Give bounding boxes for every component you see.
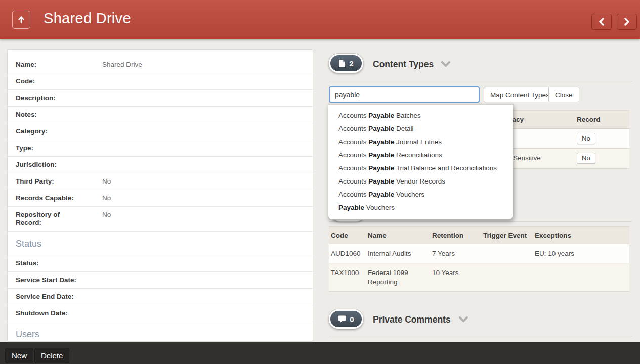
field-row-name: Name: Shared Drive bbox=[8, 57, 313, 73]
item-text: Journal Entries bbox=[394, 138, 442, 146]
field-label: Records Capable: bbox=[16, 194, 84, 202]
status-section-heading: Status bbox=[8, 232, 313, 255]
item-text: Vendor Records bbox=[394, 177, 445, 185]
item-text: Detail bbox=[394, 125, 413, 132]
field-row-records-capable: Records Capable: No bbox=[8, 190, 313, 207]
private-comments-heading: Private Comments bbox=[373, 314, 451, 325]
item-text: Accounts bbox=[338, 151, 368, 159]
chevron-right-icon bbox=[623, 18, 630, 26]
column-header-code: Code bbox=[329, 232, 368, 239]
autocomplete-item[interactable]: Accounts Payable Reconciliations bbox=[328, 149, 513, 162]
chevron-down-icon[interactable] bbox=[459, 316, 468, 323]
item-text: Accounts bbox=[338, 164, 368, 172]
record-flag: No bbox=[577, 153, 595, 164]
retention-exceptions bbox=[535, 268, 629, 287]
table-row: TAX1000 Federal 1099 Reporting 10 Years bbox=[329, 263, 629, 292]
content-types-heading: Content Types bbox=[373, 59, 434, 70]
chevron-down-icon[interactable] bbox=[441, 61, 450, 67]
app-header: Shared Drive bbox=[0, 0, 640, 39]
column-header-name: Name bbox=[368, 232, 432, 239]
field-row-shutdown-date: Shutdown Date: bbox=[8, 305, 313, 322]
autocomplete-item[interactable]: Accounts Payable Trial Balance and Recon… bbox=[328, 162, 513, 175]
item-match: Payable bbox=[368, 125, 394, 132]
field-label: Name: bbox=[16, 61, 84, 69]
navigate-up-button[interactable] bbox=[12, 11, 30, 29]
retention-code-link[interactable]: TAX1000 bbox=[331, 269, 359, 277]
field-label: Category: bbox=[16, 127, 84, 135]
delete-button[interactable]: Delete bbox=[34, 348, 69, 363]
previous-record-button[interactable] bbox=[591, 14, 612, 30]
autocomplete-item[interactable]: Accounts Payable Detail bbox=[328, 122, 513, 135]
content-types-count-badge: 2 bbox=[329, 54, 363, 73]
retention-period: 7 Years bbox=[432, 249, 483, 258]
item-text: Trial Balance and Reconciliations bbox=[394, 164, 497, 172]
badge-count: 0 bbox=[350, 315, 354, 324]
item-match: Payable bbox=[368, 138, 394, 146]
field-label: Repository of Record: bbox=[16, 211, 84, 227]
field-value: No bbox=[102, 211, 111, 227]
field-label: Service Start Date: bbox=[16, 276, 84, 284]
item-text: Vouchers bbox=[394, 191, 424, 198]
new-button[interactable]: New bbox=[5, 348, 33, 363]
retention-table-header: Code Name Retention Trigger Event Except… bbox=[329, 226, 629, 244]
item-match: Payable bbox=[368, 164, 394, 172]
retention-trigger-event bbox=[483, 268, 535, 287]
item-match: Payable bbox=[368, 177, 394, 185]
arrow-up-icon bbox=[17, 15, 26, 24]
retention-period: 10 Years bbox=[432, 268, 483, 287]
field-row-third-party: Third Party: No bbox=[8, 173, 313, 190]
field-label: Description: bbox=[16, 94, 84, 102]
field-value: Shared Drive bbox=[102, 61, 142, 69]
next-record-button[interactable] bbox=[617, 14, 637, 30]
item-text: Accounts bbox=[338, 112, 368, 119]
field-label: Third Party: bbox=[16, 177, 84, 186]
item-match: Payable bbox=[368, 191, 394, 198]
column-header-exceptions: Exceptions bbox=[535, 232, 629, 239]
item-text: Accounts bbox=[338, 138, 368, 146]
item-match: Payable bbox=[338, 204, 364, 211]
field-row-repository-of-record: Repository of Record: No bbox=[8, 207, 313, 232]
divider bbox=[329, 336, 632, 336]
private-comments-count-badge: 0 bbox=[329, 309, 363, 329]
divider bbox=[329, 221, 632, 222]
content-type-search-input[interactable] bbox=[329, 86, 480, 103]
autocomplete-item[interactable]: Accounts Payable Journal Entries bbox=[328, 135, 513, 149]
column-header-retention: Retention bbox=[432, 232, 483, 239]
speech-bubble-icon bbox=[338, 315, 346, 323]
item-text: Accounts bbox=[338, 191, 368, 198]
item-match: Payable bbox=[368, 112, 394, 119]
item-text: Batches bbox=[394, 112, 421, 119]
field-row-status: Status: bbox=[8, 255, 313, 272]
field-label: Code: bbox=[16, 77, 84, 85]
chevron-left-icon bbox=[598, 18, 605, 26]
field-label: Type: bbox=[16, 144, 84, 152]
page-title: Shared Drive bbox=[44, 10, 131, 27]
column-header-trigger-event: Trigger Event bbox=[483, 232, 535, 239]
autocomplete-item[interactable]: Accounts Payable Batches bbox=[328, 109, 513, 122]
field-label: Shutdown Date: bbox=[16, 309, 84, 317]
retention-code-link[interactable]: AUD1060 bbox=[331, 250, 361, 257]
table-row: AUD1060 Internal Audits 7 Years EU: 10 y… bbox=[329, 244, 629, 263]
item-match: Payable bbox=[368, 151, 394, 159]
field-value: No bbox=[102, 194, 111, 202]
item-text: Reconciliations bbox=[394, 151, 442, 159]
field-label: Notes: bbox=[16, 111, 84, 119]
users-section-heading: Users bbox=[8, 322, 313, 342]
map-content-types-button[interactable]: Map Content Types bbox=[484, 87, 556, 102]
item-text: Accounts bbox=[338, 125, 368, 132]
retention-name: Internal Audits bbox=[368, 249, 432, 258]
retention-trigger-event bbox=[483, 249, 535, 258]
field-row-code: Code: bbox=[8, 73, 313, 90]
close-button[interactable]: Close bbox=[548, 87, 579, 102]
field-row-description: Description: bbox=[8, 90, 313, 107]
record-details-panel: Name: Shared Drive Code: Description: No… bbox=[7, 49, 313, 342]
field-row-jurisdiction: Jurisdiction: bbox=[8, 157, 313, 173]
autocomplete-item[interactable]: Payable Vouchers bbox=[328, 201, 513, 214]
autocomplete-item[interactable]: Accounts Payable Vouchers bbox=[328, 188, 513, 201]
field-row-notes: Notes: bbox=[8, 107, 313, 123]
field-label: Status: bbox=[16, 259, 84, 267]
retention-name: Federal 1099 Reporting bbox=[368, 268, 432, 287]
field-row-service-start-date: Service Start Date: bbox=[8, 272, 313, 289]
item-text: Accounts bbox=[338, 177, 368, 185]
autocomplete-item[interactable]: Accounts Payable Vendor Records bbox=[328, 175, 513, 188]
